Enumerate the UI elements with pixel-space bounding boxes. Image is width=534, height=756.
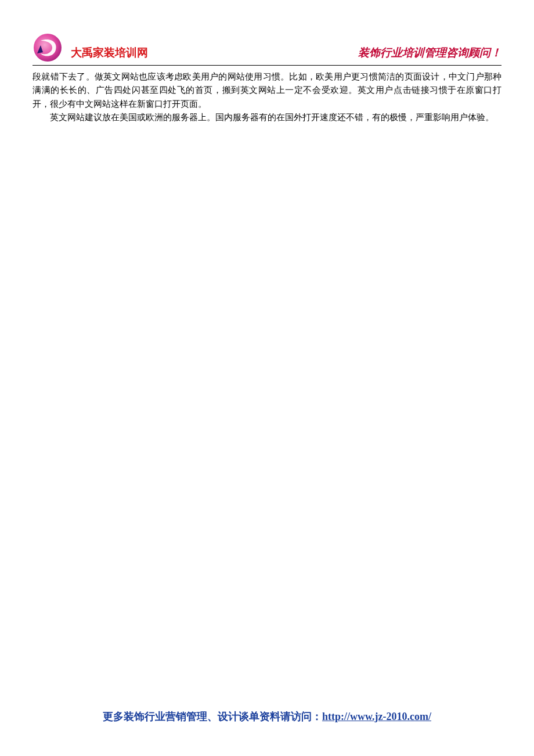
document-page: 大禹家装培训网 装饰行业培训管理咨询顾问！ 段就错下去了。做英文网站也应该考虑欧…	[0, 0, 534, 124]
page-header: 大禹家装培训网 装饰行业培训管理咨询顾问！	[33, 33, 501, 66]
page-footer: 更多装饰行业营销管理、设计谈单资料请访问：http://www.jz-2010.…	[0, 710, 534, 723]
footer-prefix: 更多装饰行业营销管理、设计谈单资料请访问：	[103, 711, 322, 722]
header-left-group: 大禹家装培训网	[33, 33, 148, 63]
tagline: 装饰行业培训管理咨询顾问！	[358, 45, 501, 63]
svg-point-0	[34, 34, 62, 62]
logo-icon	[33, 33, 63, 63]
paragraph-1: 段就错下去了。做英文网站也应该考虑欧美用户的网站使用习惯。比如，欧美用户更习惯简…	[33, 70, 501, 111]
body-content: 段就错下去了。做英文网站也应该考虑欧美用户的网站使用习惯。比如，欧美用户更习惯简…	[33, 70, 501, 124]
site-title: 大禹家装培训网	[71, 45, 148, 63]
paragraph-2: 英文网站建议放在美国或欧洲的服务器上。国内服务器有的在国外打开速度还不错，有的极…	[33, 111, 501, 124]
footer-link[interactable]: http://www.jz-2010.com/	[322, 711, 431, 722]
